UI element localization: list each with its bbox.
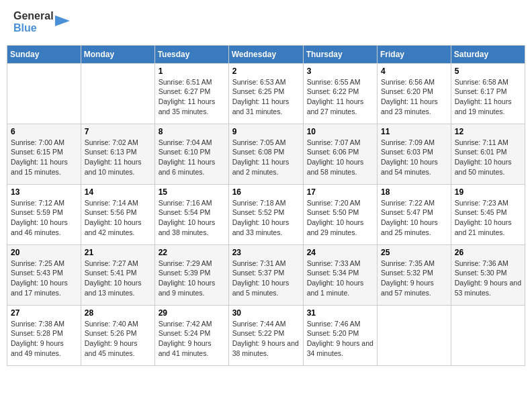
day-info: Sunrise: 7:00 AM Sunset: 6:15 PM Dayligh…	[11, 138, 77, 177]
calendar-cell: 28Sunrise: 7:40 AM Sunset: 5:26 PM Dayli…	[81, 305, 154, 365]
calendar-cell	[451, 305, 525, 365]
day-info: Sunrise: 7:33 AM Sunset: 5:34 PM Dayligh…	[307, 259, 373, 298]
day-number: 13	[11, 187, 77, 197]
day-number: 10	[307, 127, 373, 136]
day-number: 26	[455, 248, 521, 257]
weekday-header-wednesday: Wednesday	[228, 45, 303, 63]
calendar-cell: 13Sunrise: 7:12 AM Sunset: 5:59 PM Dayli…	[7, 184, 81, 244]
day-number: 6	[11, 127, 77, 136]
day-number: 12	[455, 127, 521, 136]
calendar-cell: 31Sunrise: 7:46 AM Sunset: 5:20 PM Dayli…	[303, 305, 377, 365]
calendar-cell: 7Sunrise: 7:02 AM Sunset: 6:13 PM Daylig…	[81, 124, 154, 184]
day-info: Sunrise: 7:38 AM Sunset: 5:28 PM Dayligh…	[11, 319, 77, 359]
day-info: Sunrise: 7:05 AM Sunset: 6:08 PM Dayligh…	[232, 138, 300, 177]
day-number: 16	[232, 187, 300, 197]
day-info: Sunrise: 7:46 AM Sunset: 5:20 PM Dayligh…	[307, 319, 373, 359]
calendar-cell: 6Sunrise: 7:00 AM Sunset: 6:15 PM Daylig…	[7, 124, 81, 184]
day-number: 25	[381, 248, 447, 257]
day-number: 19	[455, 187, 521, 197]
day-number: 29	[159, 308, 225, 318]
day-number: 3	[307, 66, 373, 76]
day-info: Sunrise: 7:04 AM Sunset: 6:10 PM Dayligh…	[159, 138, 225, 177]
day-number: 31	[307, 308, 373, 318]
day-info: Sunrise: 7:09 AM Sunset: 6:03 PM Dayligh…	[381, 138, 447, 177]
day-info: Sunrise: 7:36 AM Sunset: 5:30 PM Dayligh…	[455, 259, 521, 298]
calendar-cell: 19Sunrise: 7:23 AM Sunset: 5:45 PM Dayli…	[451, 184, 525, 244]
weekday-header-thursday: Thursday	[303, 45, 377, 63]
day-info: Sunrise: 7:25 AM Sunset: 5:43 PM Dayligh…	[11, 259, 77, 298]
day-number: 24	[307, 248, 373, 257]
day-number: 30	[232, 308, 300, 318]
day-number: 2	[232, 66, 300, 76]
calendar-cell: 29Sunrise: 7:42 AM Sunset: 5:24 PM Dayli…	[154, 305, 228, 365]
day-number: 20	[11, 248, 77, 257]
logo-container: General Blue	[13, 10, 70, 35]
calendar-cell: 12Sunrise: 7:11 AM Sunset: 6:01 PM Dayli…	[451, 124, 525, 184]
day-info: Sunrise: 7:44 AM Sunset: 5:22 PM Dayligh…	[232, 319, 300, 359]
day-info: Sunrise: 6:53 AM Sunset: 6:25 PM Dayligh…	[232, 77, 300, 117]
page-header: General Blue	[7, 7, 525, 38]
calendar-cell: 4Sunrise: 6:56 AM Sunset: 6:20 PM Daylig…	[378, 63, 451, 124]
calendar-week-row: 1Sunrise: 6:51 AM Sunset: 6:27 PM Daylig…	[7, 63, 525, 124]
calendar-cell: 24Sunrise: 7:33 AM Sunset: 5:34 PM Dayli…	[303, 244, 377, 305]
calendar-cell: 22Sunrise: 7:29 AM Sunset: 5:39 PM Dayli…	[154, 244, 228, 305]
calendar-week-row: 13Sunrise: 7:12 AM Sunset: 5:59 PM Dayli…	[7, 184, 525, 244]
day-info: Sunrise: 7:20 AM Sunset: 5:50 PM Dayligh…	[307, 198, 373, 238]
calendar-week-row: 6Sunrise: 7:00 AM Sunset: 6:15 PM Daylig…	[7, 124, 525, 184]
day-info: Sunrise: 6:51 AM Sunset: 6:27 PM Dayligh…	[159, 77, 225, 117]
day-info: Sunrise: 7:35 AM Sunset: 5:32 PM Dayligh…	[381, 259, 447, 298]
calendar-table: SundayMondayTuesdayWednesdayThursdayFrid…	[7, 45, 525, 366]
day-number: 9	[232, 127, 300, 136]
day-info: Sunrise: 7:02 AM Sunset: 6:13 PM Dayligh…	[85, 138, 151, 177]
weekday-header-friday: Friday	[378, 45, 451, 63]
day-info: Sunrise: 7:31 AM Sunset: 5:37 PM Dayligh…	[232, 259, 300, 298]
day-number: 1	[159, 66, 225, 76]
day-info: Sunrise: 7:42 AM Sunset: 5:24 PM Dayligh…	[159, 319, 225, 359]
calendar-cell: 23Sunrise: 7:31 AM Sunset: 5:37 PM Dayli…	[228, 244, 303, 305]
weekday-header-sunday: Sunday	[7, 45, 81, 63]
calendar-week-row: 27Sunrise: 7:38 AM Sunset: 5:28 PM Dayli…	[7, 305, 525, 365]
calendar-header-row: SundayMondayTuesdayWednesdayThursdayFrid…	[7, 45, 525, 63]
day-number: 5	[455, 66, 521, 76]
calendar-cell: 17Sunrise: 7:20 AM Sunset: 5:50 PM Dayli…	[303, 184, 377, 244]
day-number: 15	[159, 187, 225, 197]
logo-triangle-icon	[55, 11, 70, 33]
day-number: 18	[381, 187, 447, 197]
calendar-cell	[81, 63, 154, 124]
calendar-cell: 3Sunrise: 6:55 AM Sunset: 6:22 PM Daylig…	[303, 63, 377, 124]
day-number: 7	[85, 127, 151, 136]
calendar-cell	[378, 305, 451, 365]
weekday-header-monday: Monday	[81, 45, 154, 63]
calendar-cell: 2Sunrise: 6:53 AM Sunset: 6:25 PM Daylig…	[228, 63, 303, 124]
svg-marker-0	[55, 15, 70, 26]
day-info: Sunrise: 7:14 AM Sunset: 5:56 PM Dayligh…	[85, 198, 151, 238]
calendar-cell: 27Sunrise: 7:38 AM Sunset: 5:28 PM Dayli…	[7, 305, 81, 365]
day-info: Sunrise: 6:55 AM Sunset: 6:22 PM Dayligh…	[307, 77, 373, 117]
calendar-cell: 1Sunrise: 6:51 AM Sunset: 6:27 PM Daylig…	[154, 63, 228, 124]
day-info: Sunrise: 6:58 AM Sunset: 6:17 PM Dayligh…	[455, 77, 521, 117]
calendar-cell: 30Sunrise: 7:44 AM Sunset: 5:22 PM Dayli…	[228, 305, 303, 365]
day-number: 8	[159, 127, 225, 136]
day-number: 28	[85, 308, 151, 318]
calendar-cell: 10Sunrise: 7:07 AM Sunset: 6:06 PM Dayli…	[303, 124, 377, 184]
day-number: 4	[381, 66, 447, 76]
logo-general: General	[13, 10, 54, 22]
calendar-cell: 15Sunrise: 7:16 AM Sunset: 5:54 PM Dayli…	[154, 184, 228, 244]
day-info: Sunrise: 7:16 AM Sunset: 5:54 PM Dayligh…	[159, 198, 225, 238]
day-info: Sunrise: 7:27 AM Sunset: 5:41 PM Dayligh…	[85, 259, 151, 298]
logo: General Blue	[13, 10, 70, 35]
day-info: Sunrise: 7:23 AM Sunset: 5:45 PM Dayligh…	[455, 198, 521, 238]
day-number: 23	[232, 248, 300, 257]
weekday-header-saturday: Saturday	[451, 45, 525, 63]
calendar-cell: 18Sunrise: 7:22 AM Sunset: 5:47 PM Dayli…	[378, 184, 451, 244]
calendar-cell: 8Sunrise: 7:04 AM Sunset: 6:10 PM Daylig…	[154, 124, 228, 184]
calendar-cell	[7, 63, 81, 124]
day-info: Sunrise: 7:11 AM Sunset: 6:01 PM Dayligh…	[455, 138, 521, 177]
calendar-cell: 21Sunrise: 7:27 AM Sunset: 5:41 PM Dayli…	[81, 244, 154, 305]
calendar-cell: 16Sunrise: 7:18 AM Sunset: 5:52 PM Dayli…	[228, 184, 303, 244]
day-number: 21	[85, 248, 151, 257]
calendar-cell: 25Sunrise: 7:35 AM Sunset: 5:32 PM Dayli…	[378, 244, 451, 305]
calendar-cell: 11Sunrise: 7:09 AM Sunset: 6:03 PM Dayli…	[378, 124, 451, 184]
calendar-cell: 26Sunrise: 7:36 AM Sunset: 5:30 PM Dayli…	[451, 244, 525, 305]
logo-blue: Blue	[13, 22, 54, 34]
